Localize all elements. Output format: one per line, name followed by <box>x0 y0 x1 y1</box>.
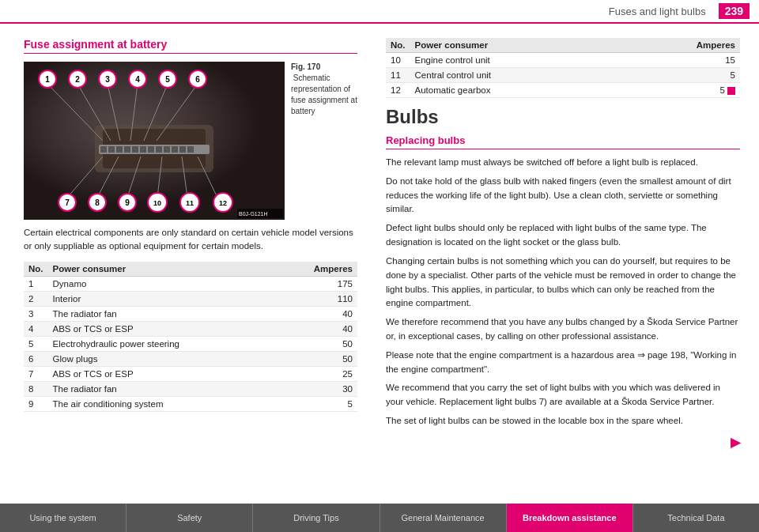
body-paragraph: We recommend that you carry the set of l… <box>386 381 740 409</box>
col-amperes-header: Amperes <box>309 262 357 277</box>
row-no: 2 <box>24 291 48 306</box>
row-consumer: Automatic gearbox <box>410 83 692 98</box>
page-number: 239 <box>719 3 750 19</box>
body-paragraph: We therefore recommend that you have any… <box>386 315 740 344</box>
row-amperes: 175 <box>309 276 357 291</box>
row-consumer: Dynamo <box>48 276 309 291</box>
bulbs-title: Bulbs <box>386 106 740 128</box>
row-amperes: 25 <box>309 366 357 381</box>
svg-text:12: 12 <box>219 199 227 207</box>
svg-rect-12 <box>156 146 162 153</box>
svg-rect-11 <box>148 146 154 153</box>
header-bar: Fuses and light bulbs 239 <box>0 0 759 24</box>
row-consumer: Engine control unit <box>410 53 692 68</box>
table-row: 3The radiator fan40 <box>24 306 357 321</box>
body-paragraph: Defect light bulbs should only be replac… <box>386 221 740 250</box>
svg-rect-5 <box>100 146 107 153</box>
fuse-section-title: Fuse assignment at battery <box>24 38 357 54</box>
next-page-arrow[interactable]: ▶ <box>731 435 740 450</box>
svg-text:5: 5 <box>165 75 170 84</box>
left-column: Fuse assignment at battery <box>0 24 372 504</box>
svg-rect-15 <box>179 146 186 153</box>
row-amperes: 30 <box>309 381 357 396</box>
svg-rect-7 <box>116 146 123 153</box>
svg-text:6: 6 <box>195 75 200 84</box>
nav-using-system[interactable]: Using the system <box>0 504 126 532</box>
nav-safety-label: Safety <box>177 513 202 523</box>
row-consumer: ABS or TCS or ESP <box>48 321 309 336</box>
row-no: 12 <box>386 83 410 98</box>
row-amperes: 5 <box>309 396 357 411</box>
row-no: 10 <box>386 53 410 68</box>
svg-text:4: 4 <box>135 75 140 84</box>
nav-general-maintenance-label: General Maintenance <box>402 513 485 523</box>
table-row: 11Central control unit5 <box>386 68 740 83</box>
row-no: 6 <box>24 351 48 366</box>
svg-rect-6 <box>108 146 115 153</box>
table-row: 1Dynamo175 <box>24 276 357 291</box>
row-no: 8 <box>24 381 48 396</box>
nav-technical-data-label: Technical Data <box>667 513 724 523</box>
body-paragraph: Do not take hold of the glass bulb with … <box>386 175 740 217</box>
svg-text:9: 9 <box>125 198 130 207</box>
svg-rect-10 <box>140 146 146 153</box>
svg-text:8: 8 <box>95 198 100 207</box>
bottom-nav: Using the system Safety Driving Tips Gen… <box>0 504 759 532</box>
svg-rect-14 <box>172 146 178 153</box>
nav-general-maintenance[interactable]: General Maintenance <box>380 504 507 532</box>
row-no: 4 <box>24 321 48 336</box>
fuse-diagram: 1 2 3 4 5 6 7 8 9 <box>24 62 285 220</box>
body-paragraph: The relevant lamp must always be switche… <box>386 156 740 170</box>
fig-label: Fig. 170 <box>291 62 320 71</box>
row-consumer: ABS or TCS or ESP <box>48 366 309 381</box>
caption-text: Schematic representation of fuse assignm… <box>291 74 357 115</box>
right-col-amperes-header: Amperes <box>692 38 740 53</box>
svg-rect-13 <box>164 146 170 153</box>
table-row: 4ABS or TCS or ESP40 <box>24 321 357 336</box>
table-row: 5Electrohydraulic power steering50 <box>24 336 357 351</box>
right-column: No. Power consumer Amperes 10Engine cont… <box>372 24 759 504</box>
row-no: 11 <box>386 68 410 83</box>
row-no: 9 <box>24 396 48 411</box>
svg-text:1: 1 <box>45 75 50 84</box>
nav-using-system-label: Using the system <box>29 513 96 523</box>
body-paragraph: The set of light bulbs can be stowed in … <box>386 414 740 428</box>
row-amperes: 15 <box>692 53 740 68</box>
right-col-consumer-header: Power consumer <box>410 38 692 53</box>
svg-text:10: 10 <box>153 199 161 207</box>
row-consumer: Central control unit <box>410 68 692 83</box>
svg-text:B0J-G121H: B0J-G121H <box>239 211 268 217</box>
svg-rect-9 <box>132 146 138 153</box>
row-no: 5 <box>24 336 48 351</box>
right-table-wrapper: No. Power consumer Amperes 10Engine cont… <box>386 38 740 98</box>
fuse-table-left: No. Power consumer Amperes 1Dynamo1752In… <box>24 262 357 412</box>
svg-rect-8 <box>124 146 130 153</box>
nav-safety[interactable]: Safety <box>126 504 253 532</box>
nav-driving-tips[interactable]: Driving Tips <box>253 504 380 532</box>
row-amperes: 40 <box>309 321 357 336</box>
svg-text:7: 7 <box>65 198 70 207</box>
nav-breakdown-assistance[interactable]: Breakdown assistance <box>507 504 633 532</box>
nav-technical-data[interactable]: Technical Data <box>633 504 759 532</box>
header-title: Fuses and light bulbs <box>609 6 706 17</box>
row-amperes: 5 <box>692 68 740 83</box>
row-consumer: Interior <box>48 291 309 306</box>
row-consumer: The radiator fan <box>48 306 309 321</box>
nav-driving-tips-label: Driving Tips <box>293 513 338 523</box>
row-consumer: Electrohydraulic power steering <box>48 336 309 351</box>
row-consumer: The radiator fan <box>48 381 309 396</box>
table-row: 9The air conditioning system5 <box>24 396 357 411</box>
table-row: 7ABS or TCS or ESP25 <box>24 366 357 381</box>
fuse-desc-text: Certain electrical components are only s… <box>24 226 357 254</box>
diagram-caption: Fig. 170 Schematic representation of fus… <box>291 62 357 117</box>
row-amperes: 40 <box>309 306 357 321</box>
row-amperes: 50 <box>309 351 357 366</box>
row-amperes: 110 <box>309 291 357 306</box>
bulbs-paragraphs: The relevant lamp must always be switche… <box>386 156 740 428</box>
row-no: 1 <box>24 276 48 291</box>
table-row: 6Glow plugs50 <box>24 351 357 366</box>
row-amperes: 50 <box>309 336 357 351</box>
right-col-no-header: No. <box>386 38 410 53</box>
col-no-header: No. <box>24 262 48 277</box>
table-row: 8The radiator fan30 <box>24 381 357 396</box>
